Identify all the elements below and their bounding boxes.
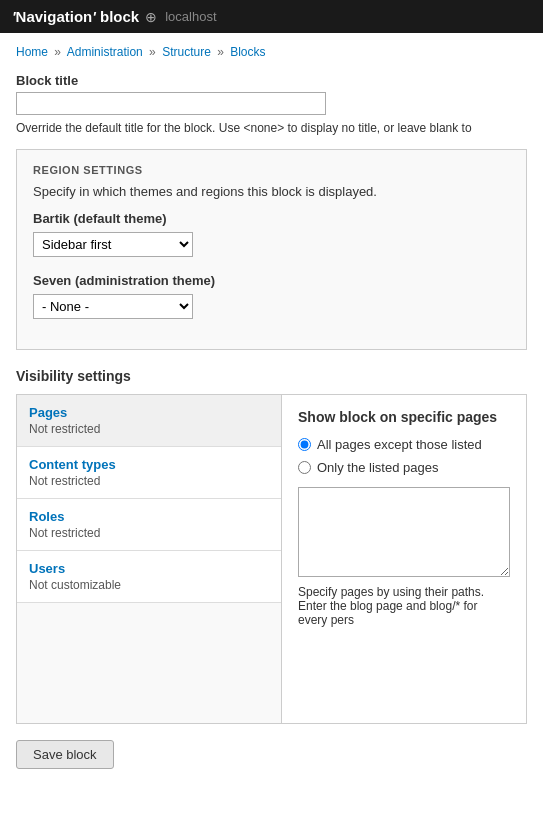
seven-select[interactable]: - None - Content Header Footer xyxy=(33,294,193,319)
breadcrumb-administration[interactable]: Administration xyxy=(67,45,143,59)
pages-radio-group: All pages except those listed Only the l… xyxy=(298,437,510,475)
main-content: Home » Administration » Structure » Bloc… xyxy=(0,33,543,781)
radio-all-pages-label: All pages except those listed xyxy=(317,437,482,452)
vis-item-pages[interactable]: Pages Not restricted xyxy=(17,395,281,447)
radio-listed-pages[interactable]: Only the listed pages xyxy=(298,460,510,475)
vis-item-pages-title[interactable]: Pages xyxy=(29,405,269,420)
vis-item-roles[interactable]: Roles Not restricted xyxy=(17,499,281,551)
region-settings-box: REGION SETTINGS Specify in which themes … xyxy=(16,149,527,350)
bartik-theme-field: Bartik (default theme) Sidebar first Sid… xyxy=(33,211,510,257)
seven-theme-field: Seven (administration theme) - None - Co… xyxy=(33,273,510,319)
vis-item-users-title[interactable]: Users xyxy=(29,561,269,576)
region-settings-title: REGION SETTINGS xyxy=(33,164,510,176)
page-title: 'Navigation' block xyxy=(12,8,139,25)
breadcrumb-sep-1: » xyxy=(54,45,61,59)
save-button[interactable]: Save block xyxy=(16,740,114,769)
visibility-title: Visibility settings xyxy=(16,368,527,384)
region-settings-description: Specify in which themes and regions this… xyxy=(33,184,510,199)
save-section: Save block xyxy=(16,740,527,769)
radio-all-pages-input[interactable] xyxy=(298,438,311,451)
vis-item-roles-sub: Not restricted xyxy=(29,526,269,540)
vis-item-content-types[interactable]: Content types Not restricted xyxy=(17,447,281,499)
vis-item-users-sub: Not customizable xyxy=(29,578,269,592)
vis-item-pages-sub: Not restricted xyxy=(29,422,269,436)
breadcrumb-sep-3: » xyxy=(217,45,224,59)
bartik-select[interactable]: Sidebar first Sidebar second Content Hea… xyxy=(33,232,193,257)
visibility-container: Pages Not restricted Content types Not r… xyxy=(16,394,527,724)
add-icon[interactable]: ⊕ xyxy=(145,9,157,25)
visibility-sidebar: Pages Not restricted Content types Not r… xyxy=(17,395,282,723)
title-italic: Navigation xyxy=(16,8,93,25)
block-title-input[interactable] xyxy=(16,92,326,115)
visibility-section: Visibility settings Pages Not restricted… xyxy=(16,368,527,724)
seven-label: Seven (administration theme) xyxy=(33,273,510,288)
title-rest: block xyxy=(96,8,139,25)
pages-textarea[interactable] xyxy=(298,487,510,577)
block-title-label: Block title xyxy=(16,73,527,88)
vis-item-roles-title[interactable]: Roles xyxy=(29,509,269,524)
breadcrumb-structure[interactable]: Structure xyxy=(162,45,211,59)
vis-sidebar-empty xyxy=(17,603,281,723)
vis-item-content-types-title[interactable]: Content types xyxy=(29,457,269,472)
breadcrumb-blocks[interactable]: Blocks xyxy=(230,45,265,59)
hostname: localhost xyxy=(165,9,216,24)
vis-right-title: Show block on specific pages xyxy=(298,409,510,425)
radio-listed-pages-label: Only the listed pages xyxy=(317,460,438,475)
vis-right-description: Specify pages by using their paths. Ente… xyxy=(298,585,510,627)
vis-right-desc-text: Specify pages by using their paths. Ente… xyxy=(298,585,484,627)
bartik-label: Bartik (default theme) xyxy=(33,211,510,226)
breadcrumb: Home » Administration » Structure » Bloc… xyxy=(16,45,527,59)
vis-item-content-types-sub: Not restricted xyxy=(29,474,269,488)
block-title-description: Override the default title for the block… xyxy=(16,121,527,135)
radio-listed-pages-input[interactable] xyxy=(298,461,311,474)
visibility-right-panel: Show block on specific pages All pages e… xyxy=(282,395,526,723)
breadcrumb-sep-2: » xyxy=(149,45,156,59)
top-bar: 'Navigation' block ⊕ localhost xyxy=(0,0,543,33)
block-title-field: Block title Override the default title f… xyxy=(16,73,527,135)
radio-all-pages[interactable]: All pages except those listed xyxy=(298,437,510,452)
breadcrumb-home[interactable]: Home xyxy=(16,45,48,59)
vis-item-users[interactable]: Users Not customizable xyxy=(17,551,281,603)
